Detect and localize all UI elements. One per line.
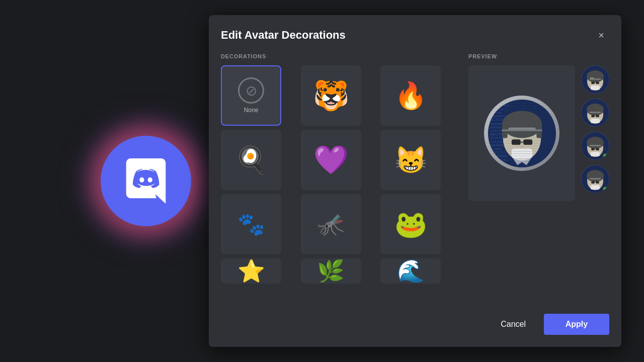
thumb-avatar-svg-2 (581, 99, 609, 127)
hair-decoration-emoji: 💜 (313, 146, 349, 174)
svg-point-55 (587, 170, 604, 182)
status-dot-3 (602, 153, 608, 159)
thumb-avatar-svg-1 (581, 65, 609, 94)
svg-rect-57 (591, 182, 595, 184)
decoration-item-creatures[interactable]: 🐾 (221, 194, 281, 254)
svg-rect-38 (591, 85, 600, 90)
edit-avatar-decorations-modal: Edit Avatar Decorations × DECORATIONS ⊘ … (209, 15, 621, 347)
decoration-item-bugs[interactable]: 🦟 (301, 194, 361, 254)
creatures-decoration-emoji: 🐾 (237, 213, 265, 235)
decoration-item-none[interactable]: ⊘ None (221, 65, 281, 126)
svg-rect-44 (596, 115, 599, 117)
thumb-avatar-face-2 (581, 99, 609, 127)
flames-decoration-emoji: 🔥 (394, 82, 427, 109)
frog-decoration-emoji: 🐸 (394, 211, 427, 237)
close-icon: × (598, 30, 604, 41)
modal-body: DECORATIONS ⊘ None 🐯 🔥 🍳 (221, 53, 609, 300)
svg-rect-37 (596, 82, 599, 84)
svg-point-33 (587, 70, 604, 82)
decoration-item-partial2[interactable]: 🌿 (301, 258, 361, 284)
svg-point-41 (587, 104, 604, 116)
modal-header: Edit Avatar Decorations × (221, 27, 609, 43)
status-dot-4 (602, 186, 608, 192)
decoration-item-partial3[interactable]: 🌊 (380, 258, 441, 284)
partial3-decoration-emoji: 🌊 (397, 260, 425, 282)
avatar-thumbnail-2[interactable] (581, 99, 609, 127)
decoration-item-flames[interactable]: 🔥 (380, 65, 441, 126)
avatar-thumbnails (581, 65, 609, 201)
decoration-item-hair[interactable]: 💜 (301, 130, 361, 190)
decorations-panel: DECORATIONS ⊘ None 🐯 🔥 🍳 (221, 53, 456, 300)
svg-rect-49 (590, 145, 601, 146)
cancel-button[interactable]: Cancel (491, 315, 536, 334)
avatar-thumbnail-4[interactable] (581, 165, 609, 193)
svg-point-48 (587, 137, 604, 149)
svg-rect-52 (591, 152, 600, 156)
decoration-none-label: None (244, 107, 259, 114)
none-icon: ⊘ (238, 77, 264, 104)
svg-rect-35 (590, 78, 601, 80)
preview-with-thumbs: 01001011 1010 110101 00111 int x = 0x 00… (468, 65, 609, 201)
decoration-item-tiger[interactable]: 🐯 (301, 65, 361, 126)
avatar-thumbnail-1[interactable] (581, 65, 609, 94)
decoration-item-frog[interactable]: 🐸 (380, 194, 441, 254)
modal-footer: Cancel Apply (221, 304, 609, 335)
preview-panel: PREVIEW 01001011 1010 (468, 53, 609, 300)
preview-avatar: 01001011 1010 110101 00111 int x = 0x 00… (484, 96, 559, 171)
discord-circle (101, 136, 191, 226)
svg-rect-56 (590, 178, 601, 179)
discord-icon (118, 153, 174, 209)
svg-rect-45 (591, 119, 600, 123)
avatar-thumbnail-3[interactable] (581, 132, 609, 160)
modal-title: Edit Avatar Decorations (221, 29, 346, 42)
thumb-avatar-face-1 (581, 65, 609, 94)
svg-rect-43 (591, 115, 595, 117)
decoration-item-egg[interactable]: 🍳 (221, 130, 281, 190)
decoration-item-partial1[interactable]: ⭐ (221, 258, 281, 284)
svg-rect-51 (596, 148, 599, 150)
decorations-label: DECORATIONS (221, 53, 456, 59)
preview-main: 01001011 1010 110101 00111 int x = 0x 00… (468, 65, 575, 201)
decoration-item-cat-crown[interactable]: 😸 (380, 130, 441, 190)
svg-rect-58 (596, 182, 599, 184)
svg-rect-50 (591, 148, 595, 150)
close-button[interactable]: × (593, 27, 609, 43)
partial2-decoration-emoji: 🌿 (317, 260, 345, 282)
avatar-face: 01001011 1010 110101 00111 int x = 0x 00… (484, 96, 559, 171)
egg-decoration-emoji: 🍳 (235, 147, 268, 173)
apply-button[interactable]: Apply (544, 314, 609, 335)
svg-rect-36 (591, 82, 595, 84)
bugs-decoration-emoji: 🦟 (317, 213, 345, 235)
partial1-decoration-emoji: ⭐ (237, 260, 265, 282)
decorations-grid: ⊘ None 🐯 🔥 🍳 💜 (221, 65, 456, 284)
discord-logo-area (101, 136, 191, 226)
svg-rect-59 (591, 185, 600, 190)
tiger-decoration-emoji: 🐯 (313, 81, 349, 110)
svg-rect-42 (590, 112, 601, 113)
avatar-code-overlay (484, 96, 559, 171)
cat-crown-decoration-emoji: 😸 (394, 147, 427, 173)
preview-label: PREVIEW (468, 53, 609, 59)
